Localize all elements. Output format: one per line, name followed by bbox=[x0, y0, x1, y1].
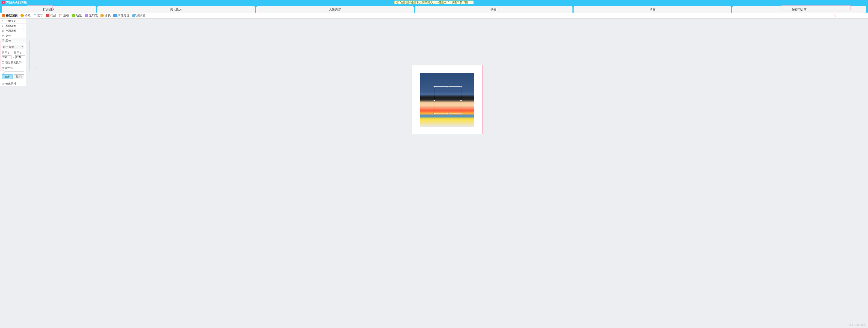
tool-scene[interactable]: 场景 bbox=[72, 13, 82, 18]
app-title: 美图秀秀网页版 bbox=[6, 1, 27, 5]
chevron-right-icon: › bbox=[24, 30, 24, 32]
width-label: 宽度： bbox=[2, 51, 12, 55]
width-input[interactable] bbox=[2, 55, 11, 59]
border-icon bbox=[59, 14, 62, 17]
accordion-one-click[interactable]: ✧一键美化 › bbox=[0, 19, 26, 24]
crop-panel: 自由裁剪 宽度： 高度： × 锁定裁剪比例 圆角大小 确定 bbox=[0, 43, 26, 81]
canvas-area bbox=[26, 19, 868, 328]
crop-mode-select[interactable]: 自由裁剪 bbox=[2, 45, 24, 49]
chevron-right-icon: › bbox=[24, 25, 24, 27]
crop-handle-n[interactable] bbox=[447, 86, 449, 87]
promo-banner[interactable]: ⓘ 轻松去除旅游照片闲杂路人，一键去水印...点击了解详情 × bbox=[394, 1, 474, 4]
photo-preview[interactable] bbox=[420, 73, 474, 127]
canvas-frame bbox=[412, 65, 483, 134]
lock-ratio-row[interactable]: 锁定裁剪比例 bbox=[2, 61, 24, 64]
title-bar: X 美图秀秀网页版 ⓘ 轻松去除旅游照片闲杂路人，一键去水印...点击了解详情 … bbox=[0, 0, 868, 5]
rotate-icon: ↻ bbox=[2, 34, 4, 37]
doodle-icon bbox=[100, 14, 104, 17]
crop-handle-s[interactable] bbox=[447, 113, 449, 114]
tab-beautify[interactable]: 美化图片 bbox=[97, 6, 255, 12]
crop-handle-se[interactable] bbox=[460, 113, 462, 114]
watermark: @51CTO博客 bbox=[849, 323, 866, 327]
ok-button[interactable]: 确定 bbox=[2, 75, 12, 79]
promo-text: 轻松去除旅游照片闲杂路人，一键去水印...点击了解详情 bbox=[400, 1, 468, 4]
lock-ratio-radio[interactable] bbox=[2, 61, 4, 64]
effects-icon bbox=[21, 14, 24, 17]
accordion-crop[interactable]: ⿻裁剪 ⌃ bbox=[0, 38, 26, 43]
local-icon bbox=[113, 14, 117, 17]
chevron-right-icon: › bbox=[24, 20, 24, 22]
lock-ratio-label: 锁定裁剪比例 bbox=[5, 61, 22, 64]
tool-basic-edit[interactable]: 基础编辑 bbox=[2, 13, 18, 18]
annotation-1: 1 bbox=[58, 6, 60, 11]
app-logo-icon: X bbox=[2, 1, 5, 4]
basic-adjust-icon: ≡ bbox=[2, 24, 4, 27]
chevron-up-icon: ⌃ bbox=[22, 39, 24, 42]
color-adjust-icon: ◉ bbox=[2, 29, 4, 32]
decor-icon bbox=[46, 14, 50, 17]
tab-open-image[interactable]: 打开图片 bbox=[2, 6, 96, 12]
side-panel: ✧一键美化 › ≡基础调整 › ◉色彩调整 › ↻旋转 › ⿻裁剪 ⌃ 自由裁剪 bbox=[0, 19, 26, 86]
crop-icon: ⿻ bbox=[2, 39, 4, 42]
crop-handle-e[interactable] bbox=[460, 100, 462, 101]
workspace: 2 ✧一键美化 › ≡基础调整 › ◉色彩调整 › ↻旋转 › ⿻裁剪 ⌃ bbox=[0, 19, 868, 328]
annotation-3: 3 bbox=[834, 14, 836, 18]
main-tabs: 打开图片 美化图片 人像美容 拼图 动画 保存与分享 bbox=[0, 5, 868, 12]
tool-bar: 基础编辑 特效 T文字 饰品 边框 场景 魔幻笔 涂鸦 局部处理 消除笔 bbox=[0, 12, 868, 19]
cancel-button[interactable]: 取消 bbox=[14, 75, 25, 79]
tab-animation[interactable]: 动画 bbox=[574, 6, 731, 12]
tool-magic-pen[interactable]: 魔幻笔 bbox=[85, 13, 98, 18]
tab-collage[interactable]: 拼图 bbox=[415, 6, 572, 12]
scene-icon bbox=[72, 14, 75, 17]
tab-portrait[interactable]: 人像美容 bbox=[256, 6, 414, 12]
chevron-right-icon: › bbox=[24, 34, 24, 37]
crop-handle-w[interactable] bbox=[433, 100, 435, 101]
tool-decor[interactable]: 饰品 bbox=[46, 13, 56, 18]
magic-pen-icon bbox=[85, 14, 88, 17]
chevron-right-icon: › bbox=[24, 82, 24, 85]
tool-doodle[interactable]: 涂鸦 bbox=[100, 13, 111, 18]
accordion-rotate[interactable]: ↻旋转 › bbox=[0, 33, 26, 38]
crop-handle-nw[interactable] bbox=[433, 86, 435, 87]
one-click-icon: ✧ bbox=[2, 20, 4, 22]
text-icon: T bbox=[33, 14, 37, 17]
dimension-separator: × bbox=[12, 56, 15, 59]
accordion-basic-adjust[interactable]: ≡基础调整 › bbox=[0, 24, 26, 28]
erase-icon bbox=[132, 14, 136, 17]
resize-icon: ⧉ bbox=[2, 82, 4, 85]
corner-radius-label: 圆角大小 bbox=[2, 66, 24, 70]
tool-local[interactable]: 局部处理 bbox=[113, 13, 129, 18]
corner-radius-slider[interactable] bbox=[2, 71, 24, 72]
tab-save-share[interactable]: 保存与分享 bbox=[732, 6, 866, 12]
crop-handle-ne[interactable] bbox=[460, 86, 462, 87]
accordion-resize[interactable]: ⧉修改尺寸 › bbox=[0, 81, 26, 86]
accordion-color-adjust[interactable]: ◉色彩调整 › bbox=[0, 28, 26, 33]
tool-border[interactable]: 边框 bbox=[59, 13, 69, 18]
crop-handle-sw[interactable] bbox=[433, 113, 435, 114]
tool-effects[interactable]: 特效 bbox=[21, 13, 31, 18]
height-label: 高度： bbox=[14, 51, 25, 55]
info-icon: ⓘ bbox=[396, 1, 399, 4]
tool-erase[interactable]: 消除笔 bbox=[132, 13, 145, 18]
close-icon[interactable]: × bbox=[470, 1, 472, 4]
height-input[interactable] bbox=[15, 55, 25, 59]
basic-edit-icon bbox=[2, 14, 5, 17]
tool-text[interactable]: T文字 bbox=[33, 13, 43, 18]
crop-selection[interactable] bbox=[434, 86, 461, 114]
